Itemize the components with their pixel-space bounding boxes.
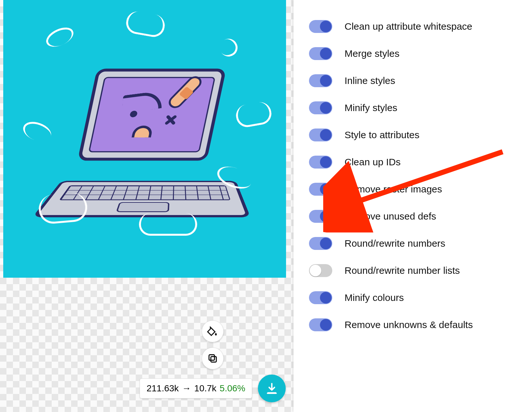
svg-preview[interactable]	[3, 0, 286, 278]
svg-rect-1	[209, 355, 215, 360]
toggle-inline-styles[interactable]	[309, 74, 332, 87]
paint-bucket-icon	[207, 326, 218, 337]
download-button[interactable]	[258, 375, 286, 402]
toggle-knob	[320, 129, 332, 141]
option-row-clean-attr-ws: Clean up attribute whitespace	[309, 13, 519, 40]
option-label-round-number-lists: Round/rewrite number lists	[345, 265, 460, 276]
toggle-knob	[320, 156, 332, 168]
toggle-round-numbers[interactable]	[309, 237, 332, 250]
option-row-clean-ids: Clean up IDs	[309, 149, 519, 176]
option-label-minify-styles: Minify styles	[345, 102, 397, 113]
file-size-stats: 211.63k → 10.7k 5.06%	[140, 378, 252, 398]
option-row-round-numbers: Round/rewrite numbers	[309, 230, 519, 257]
option-row-remove-unknowns: Remove unknowns & defaults	[309, 311, 519, 338]
option-label-merge-styles: Merge styles	[345, 48, 399, 59]
size-after: 10.7k	[194, 383, 217, 394]
fill-background-button[interactable]	[202, 320, 224, 342]
bandaid-icon	[166, 74, 205, 110]
size-before: 211.63k	[146, 383, 179, 394]
size-percent: 5.06%	[220, 383, 245, 394]
option-label-remove-unused-defs: Remove unused defs	[345, 211, 436, 222]
option-label-style-to-attrs: Style to attributes	[345, 129, 420, 140]
option-label-inline-styles: Inline styles	[345, 75, 395, 86]
toggle-knob	[320, 319, 332, 331]
option-row-round-number-lists: Round/rewrite number lists	[309, 257, 519, 284]
option-label-clean-attr-ws: Clean up attribute whitespace	[345, 21, 472, 32]
option-label-round-numbers: Round/rewrite numbers	[345, 238, 445, 249]
toggle-knob	[310, 265, 321, 276]
option-row-remove-raster: Remove raster images	[309, 176, 519, 203]
toggle-minify-styles[interactable]	[309, 101, 332, 114]
option-row-remove-unused-defs: Remove unused defs	[309, 203, 519, 230]
toggle-round-number-lists[interactable]	[309, 264, 332, 277]
toggle-clean-ids[interactable]	[309, 156, 332, 169]
arrow-glyph: →	[182, 383, 191, 394]
toggle-knob	[320, 183, 332, 195]
toggle-knob	[320, 48, 332, 59]
toggle-minify-colours[interactable]	[309, 291, 332, 304]
svg-rect-2	[268, 392, 276, 393]
toggle-knob	[320, 75, 332, 87]
toggle-merge-styles[interactable]	[309, 47, 332, 60]
toggle-style-to-attrs[interactable]	[309, 129, 332, 141]
option-row-minify-styles: Minify styles	[309, 94, 519, 121]
toggle-knob	[320, 238, 332, 249]
toggle-remove-unused-defs[interactable]	[309, 210, 332, 223]
toggle-knob	[320, 21, 332, 32]
option-label-remove-raster: Remove raster images	[345, 184, 442, 195]
option-row-inline-styles: Inline styles	[309, 67, 519, 94]
preview-pane: 211.63k → 10.7k 5.06%	[0, 0, 293, 412]
toggle-remove-unknowns[interactable]	[309, 318, 332, 331]
toggle-knob	[320, 292, 332, 304]
option-row-minify-colours: Minify colours	[309, 284, 519, 311]
option-row-style-to-attrs: Style to attributes	[309, 121, 519, 149]
settings-panel[interactable]: Clean up attribute whitespaceMerge style…	[293, 0, 532, 412]
copy-svg-button[interactable]	[202, 347, 224, 369]
svg-rect-0	[211, 356, 217, 362]
option-label-remove-unknowns: Remove unknowns & defaults	[345, 319, 473, 330]
preview-actions: 211.63k → 10.7k 5.06%	[140, 320, 286, 402]
toggle-knob	[320, 211, 332, 222]
toggle-remove-raster[interactable]	[309, 183, 332, 196]
option-label-clean-ids: Clean up IDs	[345, 157, 400, 168]
download-icon	[265, 382, 278, 395]
options-list: Clean up attribute whitespaceMerge style…	[309, 13, 519, 338]
toggle-clean-attr-ws[interactable]	[309, 20, 332, 33]
option-row-merge-styles: Merge styles	[309, 40, 519, 67]
copy-icon	[207, 353, 218, 364]
toggle-knob	[320, 102, 332, 114]
option-label-minify-colours: Minify colours	[345, 292, 404, 303]
